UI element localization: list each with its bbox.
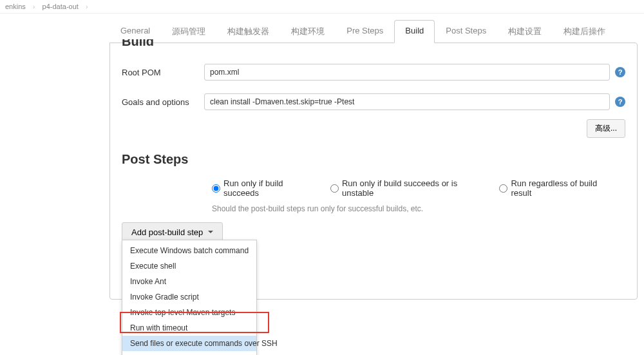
tab-env[interactable]: 构建环境	[280, 20, 336, 43]
radio-succeeds[interactable]: Run only if build succeeds	[212, 178, 317, 198]
menu-item-invoke-gradle[interactable]: Invoke Gradle script	[122, 289, 256, 305]
goals-input[interactable]	[204, 93, 610, 110]
menu-item-invoke-maven[interactable]: Invoke top-level Maven targets	[122, 305, 256, 320]
menu-item-exec-shell[interactable]: Execute shell	[122, 258, 256, 274]
poststeps-hint: Should the post-build steps run only for…	[212, 204, 625, 213]
root-pom-input[interactable]	[204, 64, 610, 81]
radio-regardless[interactable]: Run regardless of build result	[499, 178, 616, 198]
goals-row: Goals and options ?	[122, 93, 625, 110]
menu-item-run-timeout[interactable]: Run with timeout	[122, 320, 256, 336]
tab-poststeps[interactable]: Post Steps	[435, 20, 497, 43]
poststeps-radio-row: Run only if build succeeds Run only if b…	[212, 178, 625, 198]
dropdown-label: Add post-build step	[131, 227, 203, 237]
radio-label: Run only if build succeeds	[223, 178, 317, 198]
tab-source[interactable]: 源码管理	[161, 20, 216, 43]
menu-item-github-pending[interactable]: Set build status to "pending" on GitHub …	[122, 351, 256, 355]
tab-trigger[interactable]: 构建触发器	[216, 20, 280, 43]
tab-build[interactable]: Build	[394, 20, 435, 43]
caret-down-icon	[208, 231, 213, 236]
help-icon[interactable]: ?	[615, 67, 625, 77]
radio-label: Run only if build succeeds or is unstabl…	[342, 178, 487, 198]
help-icon[interactable]: ?	[615, 97, 625, 107]
tab-settings[interactable]: 构建设置	[497, 20, 553, 43]
breadcrumb: enkins › p4-data-out ›	[0, 0, 644, 14]
add-poststep-dropdown: Add post-build step Execute Windows batc…	[122, 222, 566, 242]
tab-presteps[interactable]: Pre Steps	[336, 20, 394, 43]
goals-label: Goals and options	[122, 97, 199, 107]
breadcrumb-seg[interactable]: enkins	[5, 3, 26, 10]
advanced-button[interactable]: 高级...	[587, 119, 625, 138]
radio-regardless-input[interactable]	[499, 184, 507, 193]
menu-item-send-ssh[interactable]: Send files or execute commands over SSH	[122, 336, 256, 351]
root-pom-label: Root POM	[122, 68, 199, 77]
config-panel: Build Root POM ? Goals and options ? 高级.…	[109, 43, 638, 300]
radio-succeeds-input[interactable]	[212, 184, 220, 193]
breadcrumb-seg[interactable]: p4-data-out	[43, 3, 79, 10]
breadcrumb-sep-icon: ›	[33, 3, 35, 10]
menu-item-invoke-ant[interactable]: Invoke Ant	[122, 274, 256, 289]
radio-unstable-input[interactable]	[330, 184, 339, 193]
config-tabs: General 源码管理 构建触发器 构建环境 Pre Steps Build …	[109, 20, 638, 43]
radio-label: Run regardless of build result	[511, 178, 616, 198]
dropdown-menu: Execute Windows batch command Execute sh…	[122, 240, 257, 355]
breadcrumb-sep-icon: ›	[86, 3, 88, 10]
root-pom-row: Root POM ?	[122, 64, 625, 81]
menu-item-exec-win[interactable]: Execute Windows batch command	[122, 243, 256, 258]
poststeps-title: Post Steps	[122, 152, 625, 167]
tab-postop[interactable]: 构建后操作	[553, 20, 616, 43]
radio-unstable[interactable]: Run only if build succeeds or is unstabl…	[330, 178, 487, 198]
